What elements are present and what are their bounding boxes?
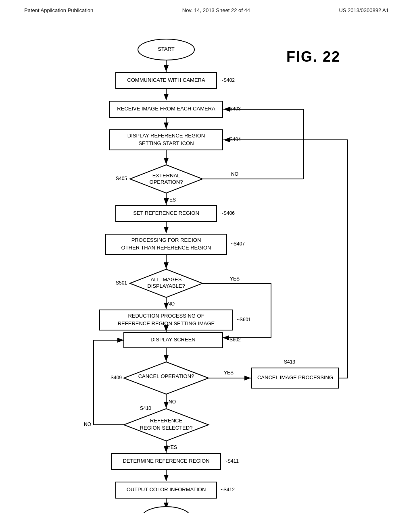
s501-id: S501	[116, 280, 127, 286]
s407-label2: OTHER THAN REFERENCE REGION	[121, 245, 211, 251]
s409-yes: YES	[224, 370, 234, 376]
s602-id: ~S602	[227, 337, 241, 343]
s406-id: ~S406	[221, 210, 235, 216]
start-label: START	[158, 46, 174, 52]
svg-point-44	[142, 507, 190, 513]
s411-label: DETERMINE REFERENCE REGION	[123, 458, 209, 464]
s405-id: S405	[116, 176, 127, 181]
header-left: Patent Application Publication	[24, 7, 93, 13]
s601-id: ~S601	[237, 317, 251, 322]
s406-label: SET REFERENCE REGION	[133, 210, 199, 216]
s410-label2: REGION SELECTED?	[140, 425, 193, 431]
s405-no: NO	[231, 171, 238, 177]
s405-yes: YES	[166, 197, 176, 203]
s601-label2: REFERENCE REGION SETTING IMAGE	[118, 320, 215, 326]
s601-label1: REDUCTION PROCESSING OF	[128, 313, 204, 319]
s412-label: OUTPUT COLOR INFORMATION	[127, 486, 206, 493]
s404-label2: SETTING START ICON	[138, 140, 194, 146]
s501-yes: YES	[230, 276, 240, 282]
s413-id: S413	[284, 359, 295, 365]
s402-label: COMMUNICATE WITH CAMERA	[127, 77, 205, 83]
page-header: Patent Application Publication Nov. 14, …	[0, 0, 413, 17]
s405-label1: EXTERNAL	[152, 172, 180, 179]
s405-label2: OPERATION?	[150, 179, 183, 185]
header-right: US 2013/0300892 A1	[339, 7, 389, 13]
s413-label: CANCEL IMAGE PROCESSING	[257, 374, 333, 380]
s410-yes: YES	[167, 445, 177, 450]
s501-no: NO	[167, 301, 175, 307]
s411-id: ~S411	[225, 458, 239, 464]
flowchart-diagram: START COMMUNICATE WITH CAMERA ~S402 RECE…	[49, 29, 364, 513]
s404-label1: DISPLAY REFERENCE REGION	[127, 133, 205, 139]
s410-label1: REFERENCE	[150, 418, 183, 424]
s403-label: RECEIVE IMAGE FROM EACH CAMERA	[117, 106, 215, 112]
s409-id: S409	[111, 375, 122, 380]
s501-label2: DISPLAYABLE?	[147, 283, 185, 289]
s501-label1: ALL IMAGES	[151, 276, 182, 283]
s409-label1: CANCEL OPERATION?	[138, 373, 194, 379]
s602-label: DISPLAY SCREEN	[150, 337, 196, 343]
header-center: Nov. 14, 2013 Sheet 22 of 44	[182, 7, 250, 13]
s412-id: ~S412	[221, 487, 235, 493]
s407-id: ~S407	[231, 241, 245, 247]
s410-no: NO	[84, 422, 91, 427]
s410-id: S410	[140, 405, 151, 411]
s409-no-label: NO	[169, 399, 176, 405]
s407-label1: PROCESSING FOR REGION	[131, 237, 201, 243]
s402-id: ~S402	[221, 77, 235, 83]
